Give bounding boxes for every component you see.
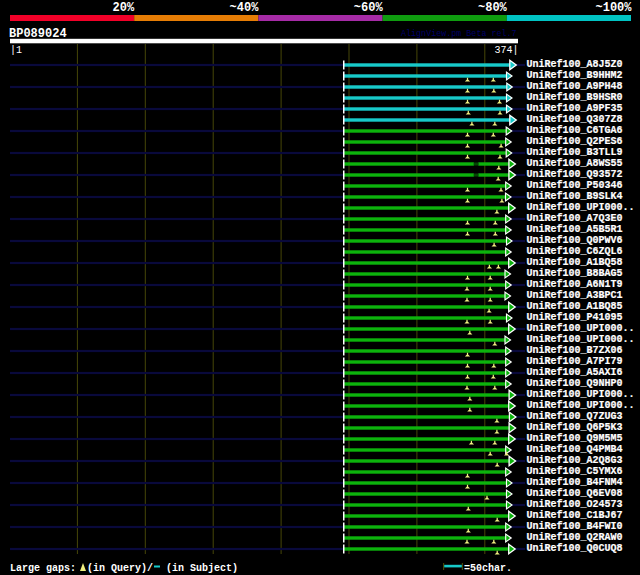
svg-text:UniRef100_B9SLK4: UniRef100_B9SLK4 [527, 191, 623, 202]
svg-text:UniRef100_A9PH48: UniRef100_A9PH48 [527, 81, 623, 92]
svg-text:UniRef100_P50346: UniRef100_P50346 [527, 180, 623, 191]
svg-text:UniRef100_B9HSR0: UniRef100_B9HSR0 [527, 92, 623, 103]
svg-text:BP089024: BP089024 [9, 27, 67, 41]
svg-text:AlignView.pm Beta rel.7: AlignView.pm Beta rel.7 [401, 29, 517, 39]
svg-text:UniRef100_UPI000..: UniRef100_UPI000.. [527, 202, 635, 213]
svg-text:UniRef100_B4FWI0: UniRef100_B4FWI0 [527, 521, 623, 532]
svg-text:UniRef100_UPI000..: UniRef100_UPI000.. [527, 323, 635, 334]
svg-text:UniRef100_A6N1T9: UniRef100_A6N1T9 [527, 279, 623, 290]
svg-text:UniRef100_C1BJ67: UniRef100_C1BJ67 [527, 510, 623, 521]
svg-text:UniRef100_O24573: UniRef100_O24573 [527, 499, 623, 510]
svg-text:UniRef100_Q2PES6: UniRef100_Q2PES6 [527, 136, 623, 147]
svg-text:(in Query)/: (in Query)/ [87, 563, 153, 574]
svg-text:Large gaps:: Large gaps: [10, 563, 76, 574]
svg-text:UniRef100_A9PF35: UniRef100_A9PF35 [527, 103, 623, 114]
svg-text:UniRef100_B4FNM4: UniRef100_B4FNM4 [527, 477, 623, 488]
svg-text:~60%: ~60% [354, 1, 384, 15]
svg-text:UniRef100_P41095: UniRef100_P41095 [527, 312, 623, 323]
svg-text:UniRef100_Q0PWV6: UniRef100_Q0PWV6 [527, 235, 623, 246]
svg-text:UniRef100_C6TGA6: UniRef100_C6TGA6 [527, 125, 623, 136]
svg-text:UniRef100_Q2RAW0: UniRef100_Q2RAW0 [527, 532, 623, 543]
svg-text:UniRef100_A7Q3E0: UniRef100_A7Q3E0 [527, 213, 623, 224]
svg-text:UniRef100_A8J5Z0: UniRef100_A8J5Z0 [527, 59, 623, 70]
svg-text:UniRef100_C5YMX6: UniRef100_C5YMX6 [527, 466, 623, 477]
svg-text:UniRef100_Q93572: UniRef100_Q93572 [527, 169, 623, 180]
svg-text:UniRef100_A8WS55: UniRef100_A8WS55 [527, 158, 623, 169]
svg-text:|1: |1 [10, 45, 22, 56]
svg-text:UniRef100_UPI000..: UniRef100_UPI000.. [527, 334, 635, 345]
svg-text:~80%: ~80% [478, 1, 508, 15]
svg-text:UniRef100_A3BPC1: UniRef100_A3BPC1 [527, 290, 623, 301]
svg-text:(in Subject): (in Subject) [160, 563, 238, 574]
svg-text:~40%: ~40% [230, 1, 260, 15]
svg-text:=50char.: =50char. [464, 563, 512, 574]
svg-text:UniRef100_Q307Z8: UniRef100_Q307Z8 [527, 114, 623, 125]
svg-text:20%: 20% [113, 1, 135, 15]
svg-text:UniRef100_C6ZQL6: UniRef100_C6ZQL6 [527, 246, 623, 257]
svg-text:UniRef100_Q7ZUG3: UniRef100_Q7ZUG3 [527, 411, 623, 422]
svg-text:374|: 374| [494, 45, 518, 56]
svg-text:UniRef100_Q0CUQ8: UniRef100_Q0CUQ8 [527, 543, 623, 554]
svg-text:UniRef100_B3TLL9: UniRef100_B3TLL9 [527, 147, 623, 158]
svg-text:UniRef100_A5B5R1: UniRef100_A5B5R1 [527, 224, 623, 235]
svg-text:UniRef100_A1BQ58: UniRef100_A1BQ58 [527, 257, 623, 268]
svg-text:UniRef100_B9HHM2: UniRef100_B9HHM2 [527, 70, 623, 81]
svg-text:UniRef100_A7PI79: UniRef100_A7PI79 [527, 356, 623, 367]
svg-text:UniRef100_B7ZX06: UniRef100_B7ZX06 [527, 345, 623, 356]
svg-text:UniRef100_A5AXI6: UniRef100_A5AXI6 [527, 367, 623, 378]
svg-text:UniRef100_UPI000..: UniRef100_UPI000.. [527, 400, 635, 411]
svg-text:UniRef100_Q9M5M5: UniRef100_Q9M5M5 [527, 433, 623, 444]
svg-text:UniRef100_A2Q8G3: UniRef100_A2Q8G3 [527, 455, 623, 466]
svg-text:UniRef100_Q9NHP0: UniRef100_Q9NHP0 [527, 378, 623, 389]
svg-text:UniRef100_A1BQ85: UniRef100_A1BQ85 [527, 301, 623, 312]
svg-text:UniRef100_Q6P5K3: UniRef100_Q6P5K3 [527, 422, 623, 433]
svg-text:UniRef100_UPI000..: UniRef100_UPI000.. [527, 389, 635, 400]
svg-text:UniRef100_B8BAG5: UniRef100_B8BAG5 [527, 268, 623, 279]
svg-text:UniRef100_Q4PMB4: UniRef100_Q4PMB4 [527, 444, 623, 455]
svg-text:~100%: ~100% [595, 1, 632, 15]
svg-text:UniRef100_Q6EV08: UniRef100_Q6EV08 [527, 488, 623, 499]
